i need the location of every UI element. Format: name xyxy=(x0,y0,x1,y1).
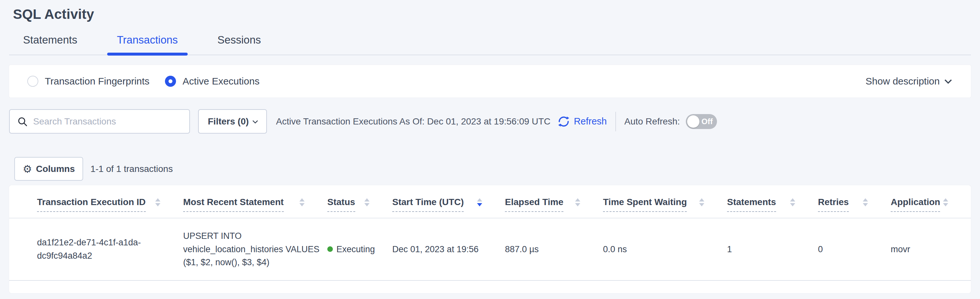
refresh-button[interactable]: Refresh xyxy=(557,115,607,128)
result-count: 1-1 of 1 transactions xyxy=(90,164,173,174)
table-toolbar: ⚙ Columns 1-1 of 1 transactions xyxy=(9,157,971,181)
columns-label: Columns xyxy=(36,164,75,174)
transactions-table-card: Transaction Execution ID Most Recent Sta… xyxy=(9,185,971,293)
sort-icon[interactable] xyxy=(155,198,161,206)
sort-icon[interactable] xyxy=(699,198,704,206)
filters-label: Filters (0) xyxy=(208,116,249,127)
col-header-elapsed-time[interactable]: Elapsed Time xyxy=(505,185,603,218)
search-icon xyxy=(17,116,28,127)
radio-label: Active Executions xyxy=(183,76,259,87)
col-header-statements[interactable]: Statements xyxy=(727,185,818,218)
refresh-icon xyxy=(557,115,571,128)
cell-statements: 1 xyxy=(727,218,818,280)
table-header-row: Transaction Execution ID Most Recent Sta… xyxy=(9,185,971,218)
col-header-transaction-execution-id[interactable]: Transaction Execution ID xyxy=(9,185,183,218)
col-header-most-recent-statement[interactable]: Most Recent Statement xyxy=(183,185,327,218)
cell-retries: 0 xyxy=(818,218,891,280)
sort-icon-active-desc[interactable] xyxy=(477,198,482,206)
col-header-application[interactable]: Application xyxy=(891,185,971,218)
controls-row: Filters (0) Active Transaction Execution… xyxy=(9,109,971,134)
refresh-label: Refresh xyxy=(574,116,607,127)
cell-time-spent-waiting: 0.0 ns xyxy=(603,218,727,280)
cell-application: movr xyxy=(891,218,971,280)
show-description-button[interactable]: Show description xyxy=(866,76,951,87)
tab-bar: Statements Transactions Sessions xyxy=(9,34,971,55)
sql-activity-page: SQL Activity Statements Transactions Ses… xyxy=(0,6,980,293)
toggle-knob[interactable] xyxy=(687,115,700,128)
table-row[interactable]: da1f21e2-de71-4c1f-a1da-dc9fc94a84a2 UPS… xyxy=(9,218,971,280)
vertical-divider xyxy=(615,112,616,131)
sort-icon[interactable] xyxy=(943,198,948,206)
toggle-state-label: Off xyxy=(702,117,713,126)
auto-refresh-toggle[interactable]: Off xyxy=(686,114,717,129)
sort-icon[interactable] xyxy=(364,198,369,206)
status-executing-dot-icon xyxy=(327,246,333,252)
col-header-retries[interactable]: Retries xyxy=(818,185,891,218)
col-header-status[interactable]: Status xyxy=(327,185,392,218)
sort-icon[interactable] xyxy=(575,198,580,206)
filters-button[interactable]: Filters (0) xyxy=(198,109,267,134)
cell-start-time: Dec 01, 2023 at 19:56 xyxy=(392,218,505,280)
show-description-label: Show description xyxy=(866,76,940,87)
sort-icon[interactable] xyxy=(790,198,795,206)
as-of-timestamp: Active Transaction Executions As Of: Dec… xyxy=(276,116,550,127)
chevron-down-icon xyxy=(253,118,258,123)
tab-transactions[interactable]: Transactions xyxy=(117,34,178,54)
radio-unselected-icon[interactable] xyxy=(27,76,38,87)
sort-icon[interactable] xyxy=(299,198,305,206)
tab-sessions[interactable]: Sessions xyxy=(218,34,261,54)
transactions-table: Transaction Execution ID Most Recent Sta… xyxy=(9,185,971,281)
col-header-start-time[interactable]: Start Time (UTC) xyxy=(392,185,505,218)
columns-button[interactable]: ⚙ Columns xyxy=(14,157,83,181)
view-mode-panel: Transaction Fingerprints Active Executio… xyxy=(9,65,971,98)
col-header-time-spent-waiting[interactable]: Time Spent Waiting xyxy=(603,185,727,218)
sort-icon[interactable] xyxy=(863,198,868,206)
auto-refresh-label: Auto Refresh: xyxy=(624,116,680,127)
chevron-down-icon xyxy=(945,77,952,84)
status-label: Executing xyxy=(336,243,375,256)
cell-transaction-execution-id[interactable]: da1f21e2-de71-4c1f-a1da-dc9fc94a84a2 xyxy=(9,218,183,280)
search-box[interactable] xyxy=(9,109,190,134)
cell-status: Executing xyxy=(327,218,392,280)
cell-elapsed-time: 887.0 µs xyxy=(505,218,603,280)
radio-selected-icon[interactable] xyxy=(165,76,176,87)
search-input[interactable] xyxy=(33,116,183,127)
page-title: SQL Activity xyxy=(13,6,971,22)
cell-most-recent-statement: UPSERT INTO vehicle_location_histories V… xyxy=(183,218,327,280)
gear-icon: ⚙ xyxy=(23,164,32,174)
tab-statements[interactable]: Statements xyxy=(23,34,77,54)
radio-label: Transaction Fingerprints xyxy=(45,76,150,87)
radio-active-executions[interactable]: Active Executions xyxy=(165,76,259,87)
radio-transaction-fingerprints[interactable]: Transaction Fingerprints xyxy=(27,76,150,87)
